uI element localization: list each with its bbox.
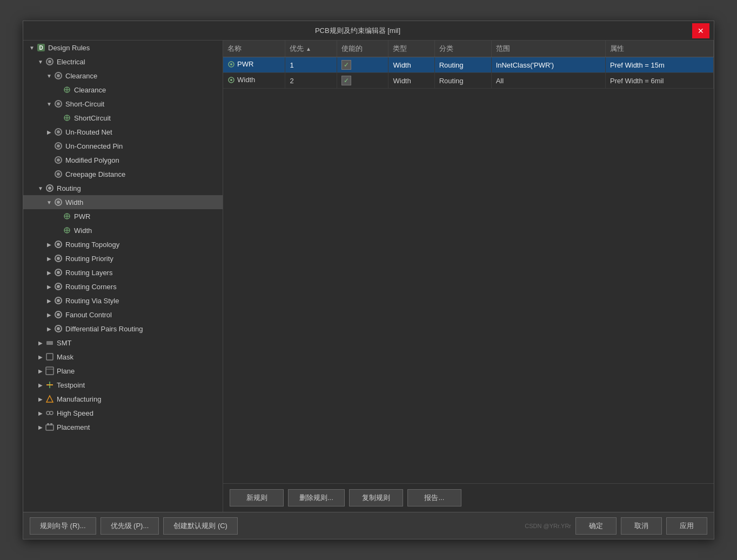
tree-item-unrouted-net[interactable]: ▶ Un-Routed Net — [23, 125, 223, 139]
tree-item-routing-topology[interactable]: ▶ Routing Topology — [23, 237, 223, 251]
wizard-button[interactable]: 规则向导 (R)... — [30, 517, 96, 535]
cell-property: Pref Width = 15m — [606, 57, 714, 73]
width-group-icon — [53, 197, 63, 207]
tree-item-width-group[interactable]: ▼ Width — [23, 195, 223, 209]
expand-arrow-clearance: ▼ — [45, 71, 53, 80]
tree-item-electrical[interactable]: ▼ Electrical — [23, 55, 223, 69]
tree-item-routing-corners[interactable]: ▶ Routing Corners — [23, 279, 223, 294]
rules-table: 名称 优先 ▲ 使能的 类型 — [223, 41, 714, 89]
creepage-icon — [53, 169, 63, 179]
col-header-priority[interactable]: 优先 ▲ — [285, 41, 337, 57]
apply-button[interactable]: 应用 — [666, 517, 707, 535]
diff-pairs-icon — [53, 324, 63, 334]
tree-item-creepage[interactable]: ▶ Creepage Distance — [23, 167, 223, 181]
sort-arrow: ▲ — [306, 46, 311, 52]
cell-priority: 1 — [285, 57, 337, 73]
report-button[interactable]: 报告... — [407, 489, 461, 506]
close-button[interactable]: ✕ — [692, 23, 709, 38]
confirm-button[interactable]: 确定 — [575, 517, 617, 535]
unrouted-net-icon — [53, 127, 63, 137]
expand-arrow-corners: ▶ — [45, 282, 53, 291]
cell-enabled: ✓ — [337, 73, 388, 89]
svg-text:D: D — [39, 45, 43, 51]
tree-item-modified-polygon[interactable]: ▶ Modified Polygon — [23, 153, 223, 167]
expand-arrow-priority: ▶ — [45, 254, 53, 263]
svg-point-37 — [57, 271, 60, 274]
clearance-group-label: Clearance — [65, 72, 97, 80]
svg-rect-47 — [46, 354, 53, 360]
cell-scope: InNetClass('PWR') — [491, 57, 605, 73]
svg-rect-57 — [47, 423, 49, 425]
routing-icon — [45, 183, 55, 193]
creepage-label: Creepage Distance — [65, 170, 125, 178]
design-rules-label: Design Rules — [48, 44, 90, 52]
enabled-checkbox[interactable]: ✓ — [341, 76, 351, 85]
priority-button[interactable]: 优先级 (P)... — [100, 517, 159, 535]
testpoint-label: Testpoint — [57, 381, 85, 389]
tree-item-smt[interactable]: ▶ SMT — [23, 336, 223, 350]
copy-rule-button[interactable]: 复制规则 — [349, 489, 403, 506]
short-circuit-label: Short-Circuit — [65, 100, 104, 108]
unconnected-pin-label: Un-Connected Pin — [65, 142, 123, 150]
expand-arrow-routing: ▼ — [36, 184, 45, 192]
mask-label: Mask — [57, 353, 73, 361]
tree-item-plane[interactable]: ▶ Plane — [23, 364, 223, 378]
svg-point-41 — [57, 299, 60, 302]
cell-category: Routing — [434, 73, 491, 89]
routing-topology-icon — [53, 239, 63, 249]
tree-item-width-item[interactable]: ▶ Width — [23, 223, 223, 237]
expand-arrow-high-speed: ▶ — [36, 409, 45, 417]
svg-marker-52 — [46, 396, 53, 402]
width-item-label: Width — [74, 226, 92, 235]
tree-item-diff-pairs[interactable]: ▶ Differential Pairs Routing — [23, 322, 223, 336]
tree-item-clearance-group[interactable]: ▼ Clearance — [23, 69, 223, 83]
modified-polygon-icon — [53, 155, 63, 165]
tree-item-testpoint[interactable]: ▶ Testpoint — [23, 378, 223, 392]
tree-item-shortcircuit-item[interactable]: ▶ ShortCircuit — [23, 111, 223, 125]
tree-item-pwr[interactable]: ▶ PWR — [23, 209, 223, 223]
expand-arrow-layers: ▶ — [45, 268, 53, 277]
svg-rect-48 — [46, 367, 53, 375]
clearance-item-icon — [62, 85, 72, 95]
tree-item-manufacturing[interactable]: ▶ Manufacturing — [23, 392, 223, 406]
tree-item-routing-priority[interactable]: ▶ Routing Priority — [23, 251, 223, 265]
cell-type: Width — [388, 73, 434, 89]
expand-arrow-unrouted: ▶ — [45, 128, 53, 136]
manufacturing-icon — [45, 394, 55, 404]
tree-item-unconnected-pin[interactable]: ▶ Un-Connected Pin — [23, 139, 223, 153]
tree-item-routing[interactable]: ▼ Routing — [23, 181, 223, 195]
tree-item-clearance-item[interactable]: ▶ Clearance — [23, 83, 223, 97]
placement-icon — [45, 422, 55, 432]
col-header-scope: 范围 — [491, 41, 605, 57]
clearance-item-label: Clearance — [74, 86, 106, 94]
enabled-checkbox[interactable]: ✓ — [341, 60, 351, 70]
tree-item-design-rules[interactable]: ▼ D Design Rules — [23, 41, 223, 55]
title-bar: PCB规则及约束编辑器 [mil] ✕ — [23, 21, 714, 41]
expand-arrow-topology: ▶ — [45, 240, 53, 249]
routing-priority-icon — [53, 254, 63, 263]
tree-item-high-speed[interactable]: ▶ High Speed — [23, 406, 223, 420]
cell-scope: All — [491, 73, 605, 89]
left-panel: ▼ D Design Rules ▼ Electrical — [23, 41, 223, 512]
tree-item-via-style[interactable]: ▶ Routing Via Style — [23, 294, 223, 308]
table-row[interactable]: PWR 1 ✓ Width Routing InNetClass('PWR') … — [223, 57, 714, 73]
expand-arrow-width: ▼ — [45, 198, 53, 206]
routing-topology-label: Routing Topology — [65, 241, 119, 249]
svg-rect-58 — [50, 423, 52, 425]
svg-point-54 — [50, 411, 53, 415]
tree-item-placement[interactable]: ▶ Placement — [23, 420, 223, 434]
tree-item-fanout[interactable]: ▶ Fanout Control — [23, 308, 223, 322]
svg-point-60 — [230, 63, 232, 65]
tree-item-routing-layers[interactable]: ▶ Routing Layers — [23, 265, 223, 279]
electrical-label: Electrical — [57, 58, 85, 66]
tree-item-mask[interactable]: ▶ Mask — [23, 350, 223, 364]
cancel-button[interactable]: 取消 — [621, 517, 662, 535]
high-speed-label: High Speed — [57, 409, 93, 417]
table-row[interactable]: Width 2 ✓ Width Routing All Pref Width =… — [223, 73, 714, 89]
delete-rule-button[interactable]: 删除规则... — [288, 489, 345, 506]
new-rule-button[interactable]: 新规则 — [230, 489, 284, 506]
tree-item-short-circuit[interactable]: ▼ Short-Circuit — [23, 97, 223, 111]
cell-category: Routing — [434, 57, 491, 73]
plane-label: Plane — [57, 367, 75, 375]
create-defaults-button[interactable]: 创建默认规则 (C) — [163, 517, 238, 535]
